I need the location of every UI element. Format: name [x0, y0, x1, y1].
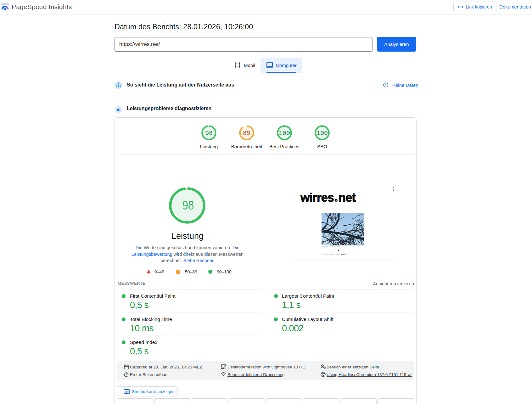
svg-text:100: 100: [279, 130, 290, 137]
svg-text:98: 98: [182, 198, 194, 212]
svg-text:89: 89: [243, 130, 250, 137]
svg-text:98: 98: [205, 130, 213, 137]
svg-text:100: 100: [316, 130, 328, 137]
